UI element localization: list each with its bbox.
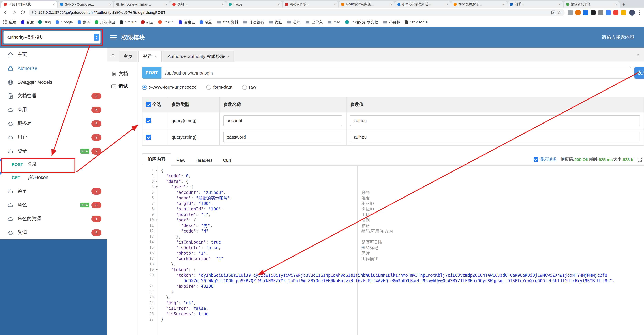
param-name-input[interactable]	[223, 115, 342, 126]
profile-avatar[interactable]	[629, 10, 635, 15]
browser-tab[interactable]: 网易云音乐…×	[282, 1, 338, 8]
send-button[interactable]: 发送	[634, 67, 644, 79]
fold-icon[interactable]: ▾	[156, 184, 158, 190]
sidebar-item-Authorize[interactable]: Authorize	[0, 62, 107, 75]
extension-icon[interactable]	[621, 10, 626, 15]
sidebar-item-菜单[interactable]: 菜单7	[0, 184, 107, 198]
extension-icon[interactable]	[606, 10, 611, 15]
translate-icon[interactable]: 文	[551, 10, 555, 14]
bookmark-item[interactable]: mac	[327, 20, 341, 24]
extension-icon[interactable]	[613, 10, 618, 15]
extension-icon[interactable]	[598, 10, 603, 15]
sidebar-item-主页[interactable]: 主页	[0, 48, 107, 62]
radio-form-data[interactable]: form-data	[206, 84, 232, 90]
bookmark-item[interactable]: 已导入	[305, 20, 323, 25]
fullscreen-icon[interactable]	[638, 158, 642, 162]
extension-icon[interactable]	[590, 10, 596, 15]
tab-close-icon[interactable]: ×	[109, 2, 111, 6]
sidebar-item-文档管理[interactable]: 文档管理3	[0, 89, 107, 103]
param-value-input[interactable]	[350, 132, 640, 142]
sidebar-item-角色[interactable]: 角色NEW8	[0, 198, 107, 212]
tab-close-icon[interactable]: ×	[446, 2, 448, 6]
bookmark-item[interactable]: 应用	[4, 20, 16, 25]
sidebar-item-应用[interactable]: 应用5	[0, 103, 107, 116]
tab-close-icon[interactable]: ×	[615, 2, 617, 6]
bookmark-item[interactable]: 1024Tools	[405, 20, 427, 24]
row-checkbox[interactable]	[146, 134, 151, 140]
sidebar-item-资源[interactable]: 资源6	[0, 226, 107, 240]
browser-tab[interactable]: push突然推送…×	[451, 1, 507, 8]
radio-x-www-form-urlencoded[interactable]: x-www-form-urlencoded	[142, 84, 196, 90]
tab-headers[interactable]: Headers	[190, 155, 218, 166]
fold-icon[interactable]: ▾	[156, 168, 158, 173]
new-tab-icon[interactable]: +	[620, 1, 628, 8]
bookmark-item[interactable]: 什么都有	[243, 20, 264, 25]
sidebar-item-Swagger Models[interactable]: Swagger Models	[0, 75, 107, 89]
tab-close-icon[interactable]: ×	[165, 2, 167, 6]
service-select[interactable]: authority-权限模块	[4, 31, 101, 44]
tabs-scroll-right-icon[interactable]: »	[632, 48, 644, 62]
bookmark-item[interactable]: 小目标	[383, 20, 400, 25]
reload-icon[interactable]	[20, 10, 26, 15]
tab-response-content[interactable]: 响应内容	[142, 153, 171, 166]
site-info-icon[interactable]	[32, 10, 36, 14]
bookmark-item[interactable]: ES搜索引擎文档	[345, 20, 378, 25]
bookmark-item[interactable]: 笔记	[200, 20, 212, 25]
bookmark-item[interactable]: 百度云	[179, 20, 195, 25]
bookmark-item[interactable]: 翻译	[78, 20, 90, 25]
nav-doc[interactable]: 文档	[107, 68, 138, 80]
show-desc-checkbox[interactable]	[534, 157, 538, 162]
browser-tab[interactable]: 视频…×	[170, 1, 226, 8]
tab-close-icon[interactable]: ×	[154, 54, 157, 59]
browser-tab[interactable]: nacos×	[226, 1, 282, 8]
sidebar-item-角色的资源[interactable]: 角色的资源1	[0, 212, 107, 226]
fold-icon[interactable]: ▾	[156, 217, 158, 223]
browser-menu-icon[interactable]	[638, 10, 641, 15]
extension-icon[interactable]	[568, 10, 573, 15]
tab-close-icon[interactable]: ×	[227, 54, 230, 59]
bookmark-item[interactable]: 开源中国	[95, 20, 115, 25]
bookmark-item[interactable]: GitHub	[120, 20, 136, 24]
bookmark-item[interactable]: Bing	[38, 20, 51, 24]
bookmark-item[interactable]: 百度	[21, 20, 34, 25]
param-name-input[interactable]	[223, 132, 342, 142]
nav-debug[interactable]: 调试	[107, 80, 138, 92]
bookmark-item[interactable]: Google	[56, 20, 73, 24]
menu-toggle-icon[interactable]	[110, 35, 116, 39]
row-checkbox[interactable]	[146, 118, 151, 123]
tabs-scroll-left-icon[interactable]: «	[107, 48, 119, 62]
bookmark-star-icon[interactable]: ☆	[558, 10, 561, 15]
browser-tab[interactable]: 微信公众平台×	[564, 1, 620, 8]
extension-icon[interactable]	[575, 10, 580, 15]
address-bar[interactable]: 127.0.0.1:8760/api/gate/doc.html#/author…	[29, 9, 565, 16]
bookmark-item[interactable]: CSDN	[158, 20, 174, 24]
tab-close-icon[interactable]: ×	[334, 2, 336, 6]
bookmark-item[interactable]: 学习资料	[217, 20, 238, 25]
forward-icon[interactable]	[12, 10, 17, 15]
tab-close-icon[interactable]: ×	[559, 2, 561, 6]
bookmark-item[interactable]: 微信	[269, 20, 282, 25]
tab-raw[interactable]: Raw	[171, 155, 190, 166]
url-text[interactable]: 127.0.0.1:8760/api/gate/doc.html#/author…	[38, 10, 549, 15]
sidebar-api-post[interactable]: POST登录	[0, 158, 107, 171]
browser-tab[interactable]: 项目涉及参数汇总…×	[395, 1, 451, 8]
fold-icon[interactable]: ▾	[156, 179, 158, 184]
request-url-input[interactable]	[162, 67, 631, 79]
radio-raw[interactable]: raw	[242, 84, 256, 90]
tab-close-icon[interactable]: ×	[222, 2, 224, 6]
back-icon[interactable]	[3, 10, 8, 15]
tab-close-icon[interactable]: ×	[390, 2, 392, 6]
browser-tab[interactable]: Redis设计与实现…×	[339, 1, 394, 8]
sidebar-api-get[interactable]: GET验证token	[0, 171, 107, 184]
tab-close-icon[interactable]: ×	[502, 2, 505, 6]
sidebar-item-服务表[interactable]: 服务表6	[0, 116, 107, 130]
content-tab-home[interactable]: 主页	[119, 51, 137, 62]
tab-close-icon[interactable]: ×	[53, 2, 55, 6]
sidebar-item-登录[interactable]: 登录NEW2	[0, 144, 107, 158]
bookmark-item[interactable]: 公司	[287, 20, 301, 25]
tab-curl[interactable]: Curl	[218, 155, 236, 166]
content-tab-authorize[interactable]: Authorize-authority-权限模块 ×	[163, 51, 234, 62]
browser-tab[interactable]: SAND - Compose…×	[58, 1, 114, 8]
browser-tab[interactable]: temporary-interfac…×	[114, 1, 170, 8]
browser-tab[interactable]: 主页 | 权限模块×	[2, 1, 57, 8]
